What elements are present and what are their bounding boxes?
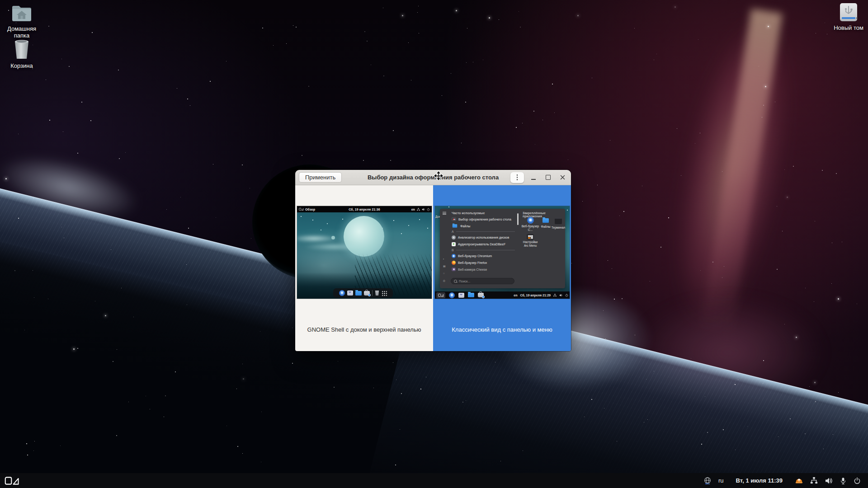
frequent-apps-header: Часто используемые: [452, 211, 485, 215]
section-letter: А: [452, 230, 454, 233]
option-label: GNOME Shell с доком и верхней панелью: [295, 326, 433, 333]
microphone-tray-icon[interactable]: [840, 477, 847, 484]
preview-top-bar: Обзор Сб, 19 апреля 21:36 en: [297, 206, 432, 212]
files-icon: [453, 224, 458, 228]
main-taskbar: sec ru Вт, 1 июля 11:39: [0, 473, 868, 488]
usb-drive-icon: [838, 2, 859, 23]
menu-item-label: Веб-браузер Chromium: [458, 254, 492, 258]
network-icon: [810, 477, 818, 484]
pinned-app: Терминал: [548, 217, 568, 230]
power-icon: [565, 294, 568, 297]
updates-tray-icon[interactable]: [795, 476, 803, 485]
clock[interactable]: Вт, 1 июля 11:39: [736, 477, 783, 484]
power-icon: [854, 477, 861, 484]
theme-chooser-icon: [452, 217, 456, 221]
rosa-logo-icon: [438, 293, 444, 297]
volume-icon: [559, 294, 562, 297]
search-placeholder: Поиск...: [459, 280, 470, 283]
pinned-app: Настройки Arc Menu: [520, 234, 540, 247]
hamburger-icon: [443, 212, 446, 215]
arc-menu-settings-icon: [527, 234, 534, 239]
trash-icon: [11, 38, 32, 61]
menu-button: [436, 292, 445, 298]
power-icon: [427, 208, 430, 211]
volume-tray-icon[interactable]: [825, 477, 833, 485]
home-folder-icon: [10, 4, 33, 23]
preview-dock: [333, 288, 393, 298]
tray-icon-text: sec: [705, 482, 710, 485]
menu-side-user-icon: •: [443, 258, 444, 260]
preview-taskbar: en Сб, 19 апреля 21:29: [435, 291, 570, 299]
software-store-icon: [478, 293, 484, 297]
menu-item-label: Выбор оформления рабочего стола: [458, 218, 511, 221]
preview-layout-indicator: en: [411, 208, 415, 211]
preview-clock: Сб, 19 апреля 21:29: [520, 294, 551, 297]
theme-chooser-window: Применить Выбор дизайна оформления рабоч…: [295, 170, 571, 351]
update-icon: [795, 476, 803, 485]
minimize-button[interactable]: [528, 173, 538, 183]
menu-item-label: Аудиопроигрыватель DeaDBeeF: [458, 243, 505, 246]
menu-kebab-button[interactable]: [510, 172, 524, 183]
gnome-shell-preview: Обзор Сб, 19 апреля 21:36 en: [297, 206, 432, 299]
power-tray-icon[interactable]: [854, 477, 861, 484]
cheese-icon: [452, 267, 456, 271]
menu-side-docs-icon: ▤: [443, 265, 446, 267]
mail-icon: [347, 291, 353, 296]
microphone-icon: [840, 477, 847, 484]
rosa-logo-icon: [299, 207, 304, 211]
desktop-icon-new-volume[interactable]: Новый том: [829, 2, 868, 31]
browser-icon: [339, 290, 345, 296]
terminal-icon: [555, 218, 562, 224]
option-label: Классический вид с панелью и меню: [433, 326, 571, 333]
desktop-icon-home[interactable]: Домашняя папка: [2, 4, 41, 39]
dock-separator: [372, 290, 373, 296]
menu-side-settings-icon: ○: [443, 272, 445, 275]
desktop-icon-label: Корзина: [2, 62, 41, 69]
preview-stars: [448, 206, 449, 207]
menu-search-field: Поиск...: [451, 278, 514, 284]
software-store-icon: [364, 291, 370, 296]
option-gnome-shell[interactable]: Обзор Сб, 19 апреля 21:36 en: [295, 185, 433, 351]
maximize-button[interactable]: [543, 173, 553, 183]
preview-layout-indicator: en: [514, 294, 517, 297]
menu-item-label: Веб-камера Cheese: [458, 268, 487, 271]
close-icon: [560, 175, 565, 180]
keyboard-layout-indicator[interactable]: ru: [718, 477, 724, 484]
trash-icon: [375, 291, 379, 296]
volume-icon: [825, 477, 833, 485]
preview-app-menu: • ▤ ○ ⏼ Часто используемые Выбор оформле…: [440, 209, 565, 288]
chromium-icon: [452, 254, 456, 258]
preview-clouds: [297, 232, 365, 253]
firefox-icon: [452, 261, 456, 265]
menu-scrollbar: [517, 213, 519, 225]
search-icon: [454, 280, 457, 283]
classic-preview: Дом • ▤ ○ ⏼ Часто используемые Выбор офо…: [435, 206, 570, 299]
pinned-app-label: Настройки Arc Menu: [523, 240, 538, 247]
start-menu-button[interactable]: [5, 476, 20, 486]
minimize-icon: [531, 179, 536, 180]
system-tray: sec ru Вт, 1 июля 11:39: [703, 476, 861, 485]
files-icon: [355, 291, 362, 296]
close-button[interactable]: [557, 173, 567, 183]
tray-network-status-icon[interactable]: sec: [703, 477, 712, 485]
section-letter: В: [452, 249, 454, 252]
desktop: Домашняя папка Корзина Новый том Примени…: [0, 0, 868, 488]
rosa-logo-icon: [5, 476, 20, 486]
browser-icon: [527, 217, 534, 224]
apply-button[interactable]: Применить: [299, 172, 342, 183]
network-tray-icon[interactable]: [810, 477, 818, 484]
menu-side-power-icon: ⏼: [443, 280, 445, 282]
volume-icon: [422, 208, 425, 211]
files-icon: [468, 293, 474, 297]
titlebar[interactable]: Применить Выбор дизайна оформления рабоч…: [295, 170, 571, 185]
preview-stars: [301, 216, 302, 217]
app-grid-icon: [382, 291, 387, 296]
pinned-app-label: Терминал: [548, 226, 568, 230]
desktop-icon-trash[interactable]: Корзина: [2, 38, 41, 69]
browser-icon: [449, 292, 455, 298]
layout-options: Обзор Сб, 19 апреля 21:36 en: [295, 185, 571, 351]
option-classic-selected[interactable]: Дом • ▤ ○ ⏼ Часто используемые Выбор офо…: [433, 185, 571, 351]
menu-item-label: Анализатор использования дисков: [458, 236, 509, 239]
network-icon: [417, 208, 420, 211]
files-icon: [542, 218, 549, 223]
